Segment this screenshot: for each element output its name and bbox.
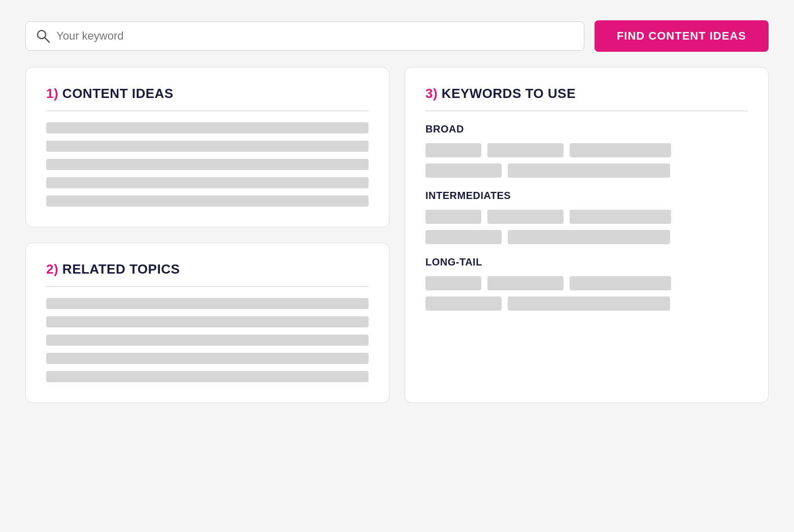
broad-chip-4 (425, 163, 502, 178)
intermediates-row-2 (425, 230, 748, 244)
related-topic-row-3 (46, 335, 369, 346)
related-topic-row-2 (46, 316, 369, 327)
broad-chip-1 (425, 143, 481, 157)
content-ideas-card: 1) CONTENT IDEAS (25, 67, 389, 227)
intermediate-chip-2 (487, 210, 564, 224)
search-container (25, 21, 584, 51)
broad-chip-2 (487, 143, 564, 157)
related-topic-row-4 (46, 353, 369, 364)
intermediate-chip-1 (425, 210, 481, 224)
related-topic-row-1 (46, 298, 369, 309)
broad-chip-3 (570, 143, 671, 157)
keywords-title: 3) KEYWORDS TO USE (425, 86, 748, 102)
longtail-label: LONG-TAIL (425, 256, 748, 268)
longtail-row-1 (425, 276, 748, 290)
keyword-search-input[interactable] (56, 29, 574, 43)
broad-chip-5 (508, 163, 670, 178)
longtail-chip-3 (570, 276, 671, 290)
related-topic-row-5 (46, 371, 369, 382)
longtail-chip-5 (508, 296, 670, 311)
longtail-chip-2 (487, 276, 564, 290)
keywords-divider (425, 111, 748, 111)
top-bar: FIND CONTENT IDEAS (25, 20, 769, 52)
longtail-chip-4 (425, 296, 502, 311)
longtail-row-2 (425, 296, 748, 311)
related-topics-title: 2) RELATED TOPICS (46, 261, 369, 277)
intermediates-label: INTERMEDIATES (425, 190, 748, 202)
related-topics-card: 2) RELATED TOPICS (25, 243, 389, 403)
broad-label: BROAD (425, 123, 748, 135)
intermediates-row-1 (425, 210, 748, 224)
keywords-to-use-card: 3) KEYWORDS TO USE BROAD INTERMEDIATES L… (405, 67, 769, 403)
related-topics-divider (46, 286, 369, 287)
search-icon (36, 29, 50, 43)
longtail-chip-1 (425, 276, 481, 290)
content-ideas-title: 1) CONTENT IDEAS (46, 86, 369, 102)
content-idea-row-4 (46, 177, 369, 188)
content-idea-row-3 (46, 159, 369, 170)
svg-line-1 (45, 38, 49, 42)
broad-row-1 (425, 143, 748, 157)
broad-row-2 (425, 163, 748, 178)
content-idea-row-2 (46, 141, 369, 152)
intermediate-chip-4 (425, 230, 502, 244)
content-idea-row-1 (46, 122, 369, 134)
content-idea-row-5 (46, 195, 369, 207)
cards-grid: 1) CONTENT IDEAS 2) RELATED TOPICS 3) KE… (25, 67, 769, 403)
intermediate-chip-5 (508, 230, 670, 244)
find-content-ideas-button[interactable]: FIND CONTENT IDEAS (594, 20, 769, 52)
content-ideas-divider (46, 111, 369, 111)
intermediate-chip-3 (570, 210, 671, 224)
